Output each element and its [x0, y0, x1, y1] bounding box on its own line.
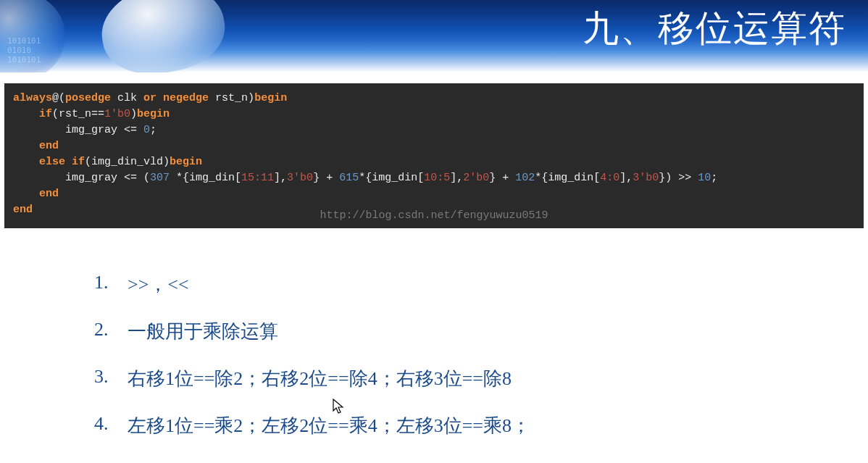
slide-title: 九、移位运算符 [583, 4, 846, 53]
code-line-1: always@(posedge clk or negedge rst_n)beg… [13, 91, 855, 107]
header-decoration: 1010101 01010 1010101 [0, 0, 232, 72]
list-number: 3. [94, 366, 128, 391]
list-number: 4. [94, 413, 128, 438]
list-item: 2. 一般用于乘除运算 [94, 319, 868, 344]
slide-header: 1010101 01010 1010101 九、移位运算符 [0, 0, 868, 72]
list-item: 4. 左移1位==乘2；左移2位==乘4；左移3位==乘8； [94, 413, 868, 438]
list-text: 右移1位==除2；右移2位==除4；右移3位==除8 [128, 366, 512, 391]
list-item: 1. >>，<< [94, 272, 868, 297]
code-line-3: img_gray <= 0; [13, 122, 855, 138]
code-line-6: img_gray <= (307 *{img_din[15:11],3'b0} … [13, 170, 855, 186]
code-line-5: else if(img_din_vld)begin [13, 154, 855, 170]
code-line-7: end [13, 186, 855, 202]
list-number: 1. [94, 272, 128, 297]
watermark-text: http://blog.csdn.net/fengyuwuzu0519 [320, 208, 548, 224]
list-text: 一般用于乘除运算 [128, 319, 278, 344]
mouse-graphic [95, 0, 231, 72]
list-item: 3. 右移1位==除2；右移2位==除4；右移3位==除8 [94, 366, 868, 391]
list-text: >>，<< [128, 272, 189, 297]
list-number: 2. [94, 319, 128, 344]
code-line-2: if(rst_n==1'b0)begin [13, 107, 855, 122]
content-list: 1. >>，<< 2. 一般用于乘除运算 3. 右移1位==除2；右移2位==除… [0, 228, 868, 438]
binary-decor-text: 1010101 01010 1010101 [7, 36, 41, 65]
code-line-4: end [13, 138, 855, 154]
list-text: 左移1位==乘2；左移2位==乘4；左移3位==乘8； [128, 413, 530, 438]
code-block: always@(posedge clk or negedge rst_n)beg… [4, 83, 864, 228]
